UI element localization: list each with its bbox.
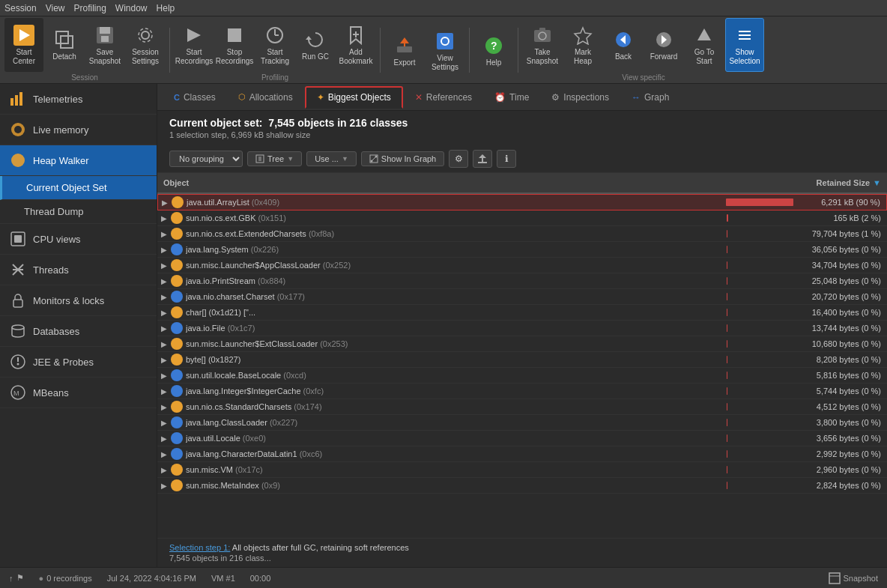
menu-help[interactable]: Help [157, 3, 175, 13]
tab-references[interactable]: ✕ References [405, 88, 482, 107]
row-bar [727, 309, 727, 316]
sort-desc-icon[interactable]: ▼ [873, 178, 881, 187]
row-expand-icon[interactable]: ▶ [157, 340, 171, 348]
show-selection-button[interactable]: ShowSelection [725, 18, 764, 72]
graph-tab-icon: ↔ [632, 92, 641, 103]
row-expand-icon[interactable]: ▶ [157, 434, 171, 443]
table-row[interactable]: ▶ sun.nio.cs.ext.ExtendedCharsets (0xf8a… [157, 226, 887, 242]
tab-allocations[interactable]: ⬡ Allocations [228, 88, 303, 107]
svg-rect-45 [14, 235, 22, 243]
sidebar-item-mbeans[interactable]: M MBeans [0, 378, 157, 408]
stop-recordings-button[interactable]: StopRecordings [215, 18, 254, 72]
detach-button[interactable]: Detach [45, 18, 84, 72]
objects-count-text: 7,545 objects in 216 class... [169, 554, 875, 563]
row-expand-icon[interactable]: ▶ [157, 356, 171, 364]
table-row[interactable]: ▶ java.lang.Integer$IntegerCache (0xfc) … [157, 384, 887, 399]
back-button[interactable]: Back [604, 18, 643, 72]
grouping-select[interactable]: No grouping [169, 151, 243, 167]
row-expand-icon[interactable]: ▶ [157, 230, 171, 238]
sidebar-item-telemetries[interactable]: Telemetries [0, 84, 157, 115]
table-row[interactable]: ▶ java.util.Locale (0xe0) 3,656 bytes (0… [157, 431, 887, 446]
session-settings-button[interactable]: SessionSettings [126, 18, 165, 72]
menu-profiling[interactable]: Profiling [74, 3, 106, 13]
sidebar-item-cpu-views[interactable]: CPU views [0, 224, 157, 255]
start-center-button[interactable]: StartCenter [4, 18, 43, 72]
profiling-group-label: Profiling [175, 73, 375, 82]
sidebar-item-monitors-locks[interactable]: Monitors & locks [0, 285, 157, 316]
table-row[interactable]: ▶ sun.misc.VM (0x17c) 2,960 bytes (0 %) [157, 462, 887, 478]
sidebar-item-thread-dump[interactable]: Thread Dump [0, 200, 157, 224]
row-expand-icon[interactable]: ▶ [157, 309, 171, 317]
row-expand-icon[interactable]: ▶ [157, 466, 171, 474]
objset-subtitle: 1 selection step, 6,969 kB shallow size [169, 130, 875, 139]
table-row[interactable]: ▶ sun.nio.cs.ext.GBK (0x151) 165 kB (2 %… [157, 210, 887, 226]
start-tracking-button[interactable]: StartTracking [255, 18, 294, 72]
tab-classes[interactable]: C Classes [163, 88, 226, 107]
table-row[interactable]: ▶ java.util.ArrayList (0x409) 6,291 kB (… [157, 194, 887, 210]
statusbar-snapshot[interactable]: Snapshot [829, 572, 878, 584]
tab-graph[interactable]: ↔ Graph [621, 88, 679, 107]
table-row[interactable]: ▶ char[] (0x1d21) ["... 16,400 bytes (0 … [157, 305, 887, 321]
selection-step-link[interactable]: Selection step 1: [169, 543, 230, 552]
row-class-icon [171, 228, 183, 240]
view-settings-button[interactable]: ViewSettings [426, 25, 464, 79]
info-icon-button[interactable]: ℹ [497, 150, 516, 168]
table-row[interactable]: ▶ java.io.PrintStream (0x884) 25,048 byt… [157, 273, 887, 289]
export-icon-button[interactable] [473, 150, 492, 168]
row-expand-icon[interactable]: ▶ [157, 450, 171, 458]
tree-view-button[interactable]: Tree ▼ [247, 151, 302, 166]
row-bar [727, 214, 728, 222]
row-expand-icon[interactable]: ▶ [157, 372, 171, 380]
table-row[interactable]: ▶ java.lang.System (0x226) 36,056 bytes … [157, 242, 887, 258]
use-button[interactable]: Use ... ▼ [306, 151, 357, 166]
table-row[interactable]: ▶ sun.nio.cs.StandardCharsets (0x174) 4,… [157, 399, 887, 415]
show-in-graph-icon [369, 154, 378, 163]
row-expand-icon[interactable]: ▶ [157, 403, 171, 411]
time-tab-icon: ⏰ [494, 92, 506, 103]
forward-button[interactable]: Forward [644, 18, 683, 72]
take-snapshot-button[interactable]: TakeSnapshot [523, 18, 562, 72]
row-expand-icon[interactable]: ▶ [157, 246, 171, 254]
sidebar-item-current-object-set[interactable]: Current Object Set [0, 176, 157, 200]
row-expand-icon[interactable]: ▶ [157, 324, 171, 333]
mark-heap-button[interactable]: MarkHeap [563, 18, 602, 72]
row-expand-icon[interactable]: ▶ [157, 214, 171, 222]
add-bookmark-button[interactable]: AddBookmark [336, 18, 375, 72]
table-row[interactable]: ▶ sun.util.locale.BaseLocale (0xcd) 5,81… [157, 368, 887, 384]
table-row[interactable]: ▶ sun.misc.MetaIndex (0x9) 2,824 bytes (… [157, 478, 887, 494]
export-button[interactable]: Export [385, 25, 424, 79]
row-expand-icon[interactable]: ▶ [157, 387, 171, 395]
go-to-start-button[interactable]: Go ToStart [685, 18, 724, 72]
tab-time[interactable]: ⏰ Time [484, 88, 539, 107]
row-expand-icon[interactable]: ▶ [158, 198, 172, 207]
help-button[interactable]: ? Help [474, 25, 513, 79]
table-row[interactable]: ▶ java.lang.ClassLoader (0x227) 3,800 by… [157, 415, 887, 431]
table-row[interactable]: ▶ sun.misc.Launcher$ExtClassLoader (0x25… [157, 336, 887, 352]
sidebar-item-heap-walker[interactable]: Heap Walker [0, 145, 157, 176]
sidebar-item-threads[interactable]: Threads [0, 255, 157, 285]
table-row[interactable]: ▶ java.io.File (0x1c7) 13,744 bytes (0 %… [157, 321, 887, 336]
table-row[interactable]: ▶ byte[] (0x1827) 8,208 bytes (0 %) [157, 352, 887, 368]
row-expand-icon[interactable]: ▶ [157, 261, 171, 270]
row-expand-icon[interactable]: ▶ [157, 482, 171, 490]
menu-window[interactable]: Window [115, 3, 148, 13]
menu-session[interactable]: Session [4, 3, 37, 13]
table-row[interactable]: ▶ sun.misc.Launcher$AppClassLoader (0x25… [157, 258, 887, 273]
save-snapshot-button[interactable]: SaveSnapshot [85, 18, 124, 72]
tab-inspections[interactable]: ⚙ Inspections [541, 88, 620, 107]
sidebar-item-live-memory[interactable]: Live memory [0, 115, 157, 145]
row-class-icon [171, 275, 183, 287]
start-recordings-button[interactable]: StartRecordings [175, 18, 214, 72]
row-expand-icon[interactable]: ▶ [157, 293, 171, 301]
run-gc-button[interactable]: Run GC [296, 18, 335, 72]
sidebar-item-databases[interactable]: Databases [0, 316, 157, 347]
row-expand-icon[interactable]: ▶ [157, 419, 171, 427]
sidebar-item-jee-probes[interactable]: JEE & Probes [0, 347, 157, 378]
table-row[interactable]: ▶ java.nio.charset.Charset (0x177) 20,72… [157, 289, 887, 305]
menu-view[interactable]: View [46, 3, 65, 13]
tab-biggest-objects[interactable]: ✦ Biggest Objects [305, 86, 403, 109]
settings-icon-button[interactable]: ⚙ [449, 150, 468, 168]
row-expand-icon[interactable]: ▶ [157, 277, 171, 285]
show-in-graph-button[interactable]: Show In Graph [361, 151, 444, 166]
table-row[interactable]: ▶ java.lang.CharacterDataLatin1 (0xc6) 2… [157, 446, 887, 462]
